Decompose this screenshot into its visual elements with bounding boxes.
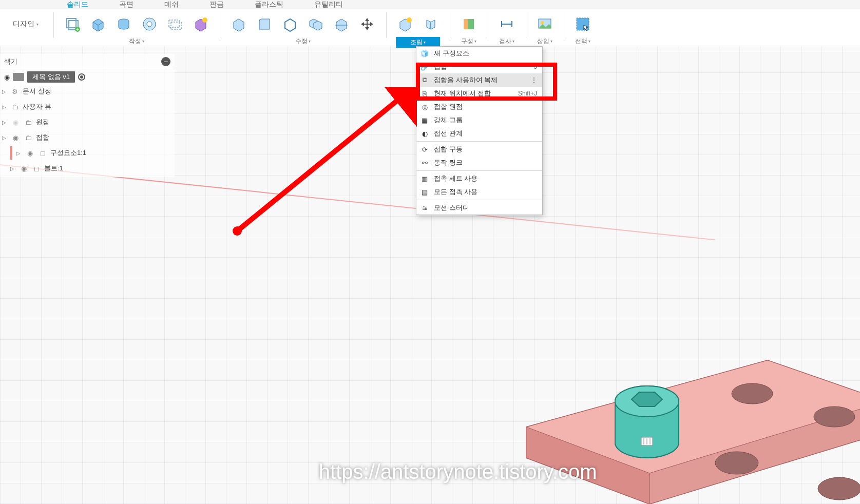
new-component-icon: 🧊 [419, 49, 430, 58]
tree-item-user-views[interactable]: ▷ 🗀 사용자 뷰 [0, 99, 175, 114]
visibility-icon[interactable]: ◉ [4, 73, 10, 81]
tree-label: 사용자 뷰 [23, 102, 51, 111]
tree-label: 볼트:1 [44, 164, 63, 173]
menu-separator [416, 200, 542, 200]
section-create-label[interactable]: 작성▾ [129, 37, 144, 46]
fillet-button[interactable] [253, 13, 276, 35]
workspace-dropdown[interactable]: 디자인 ▾ [0, 12, 51, 36]
menu-joint[interactable]: 🔗 접합 J [416, 60, 542, 73]
tab-sheetmetal[interactable]: 판금 [209, 0, 224, 9]
menu-separator [416, 170, 542, 171]
rigid-group-icon: ▦ [419, 115, 430, 125]
menu-label: 접합 [434, 62, 530, 71]
menu-separator [416, 141, 542, 142]
measure-button[interactable] [495, 13, 518, 35]
expand-icon[interactable]: ▷ [2, 89, 7, 94]
hole-button[interactable] [138, 13, 161, 35]
tab-utility[interactable]: 유틸리티 [314, 0, 343, 9]
expand-icon[interactable]: ▷ [2, 135, 7, 141]
document-icon [13, 73, 24, 81]
tree-label: 문서 설정 [23, 87, 51, 96]
menu-label: 새 구성요소 [434, 49, 537, 58]
tab-mesh[interactable]: 메쉬 [164, 0, 179, 9]
divider [386, 12, 387, 38]
rectangle-button[interactable] [164, 13, 186, 35]
combine-button[interactable] [304, 13, 327, 35]
active-component-icon[interactable] [78, 73, 85, 81]
visibility-off-icon[interactable]: ◉ [10, 118, 21, 126]
menu-motion-link[interactable]: ⚯ 동작 링크 [416, 156, 542, 169]
sketch-button[interactable]: + [61, 13, 84, 35]
tree-item-origin[interactable]: ▷ ◉ 🗀 원점 [0, 114, 175, 130]
tree-label: 구성요소1:1 [50, 148, 86, 158]
kebab-icon[interactable]: ⋮ [530, 76, 537, 84]
construct-plane-button[interactable] [457, 13, 480, 35]
insert-button[interactable] [533, 13, 556, 35]
section-modify-label[interactable]: 수정▾ [295, 37, 311, 46]
tree-item-doc-settings[interactable]: ▷ ⚙ 문서 설정 [0, 84, 175, 99]
menu-enable-all-contact[interactable]: ▤ 모든 접촉 사용 [416, 185, 542, 199]
new-component-button[interactable] [394, 13, 416, 35]
section-insert: 삽입▾ [528, 12, 562, 46]
revolve-button[interactable] [112, 13, 135, 35]
expand-icon[interactable]: ▷ [2, 104, 7, 110]
svg-rect-8 [171, 22, 181, 29]
section-construct: 구성▾ [452, 12, 486, 46]
chevron-down-icon: ▾ [142, 39, 144, 44]
tree-item-component1[interactable]: ▷ ◉ ◻ 구성요소1:1 [0, 145, 175, 161]
menu-joint-origin[interactable]: ◎ 접합 원점 [416, 100, 542, 113]
visibility-icon[interactable]: ◉ [25, 149, 35, 157]
tab-solid[interactable]: 솔리드 [67, 0, 88, 9]
pattern-joint-icon: ⧉ [419, 75, 430, 85]
press-pull-button[interactable] [227, 13, 250, 35]
document-title: 제목 없음 v1 [27, 71, 75, 83]
section-assemble: 조립 ▾ [389, 12, 448, 48]
section-select-label[interactable]: 선택▾ [575, 37, 590, 46]
svg-rect-0 [67, 18, 76, 28]
visibility-icon[interactable]: ◉ [18, 164, 29, 172]
workspace-label: 디자인 [13, 20, 34, 29]
menu-rigid-group[interactable]: ▦ 강체 그룹 [416, 113, 542, 127]
chevron-down-icon: ▾ [424, 40, 426, 45]
menu-pattern-joint[interactable]: ⧉ 접합을 사용하여 복제 ⋮ [416, 73, 542, 87]
section-select: 선택▾ [566, 12, 600, 46]
svg-text:+: + [76, 27, 79, 32]
section-inspect-label[interactable]: 검사▾ [499, 37, 514, 46]
folder-icon: 🗀 [10, 103, 20, 111]
section-insert-label[interactable]: 삽입▾ [537, 37, 552, 46]
menu-label: 접선 관계 [434, 129, 537, 138]
menu-tangent-relation[interactable]: ◐ 접선 관계 [416, 127, 542, 140]
tab-plastic[interactable]: 플라스틱 [255, 0, 283, 9]
form-button[interactable] [189, 13, 212, 35]
expand-icon[interactable]: ▷ [16, 150, 22, 156]
browser-root[interactable]: ◉ 제목 없음 v1 [0, 70, 175, 84]
component-icon: ◻ [38, 149, 47, 157]
section-inspect: 검사▾ [490, 12, 524, 46]
select-button[interactable] [571, 13, 594, 35]
menu-motion-study[interactable]: ≋ 모션 스터디 [416, 201, 542, 215]
expand-icon[interactable]: ▷ [10, 166, 15, 171]
shell-button[interactable] [279, 13, 301, 35]
menu-drive-joints[interactable]: ⟳ 접합 구동 [416, 143, 542, 156]
section-construct-label[interactable]: 구성▾ [461, 37, 476, 46]
tab-surface[interactable]: 곡면 [119, 0, 133, 9]
menu-enable-contact-sets[interactable]: ▥ 접촉 세트 사용 [416, 172, 542, 185]
menu-label: 모션 스터디 [434, 203, 537, 212]
expand-icon[interactable]: ▷ [2, 120, 7, 125]
visibility-icon[interactable]: ◉ [10, 133, 21, 142]
tree-item-bolt1[interactable]: ▷ ◉ ◻ 볼트:1 [0, 161, 175, 176]
tree-item-joints[interactable]: ▷ ◉ 🗀 접합 [0, 130, 175, 145]
menu-label: 접합을 사용하여 복제 [434, 75, 526, 85]
joint-button[interactable] [419, 13, 442, 35]
accent-bar [10, 146, 12, 160]
split-body-button[interactable] [330, 13, 353, 35]
divider [53, 12, 54, 38]
extrude-button[interactable] [87, 13, 109, 35]
move-button[interactable] [356, 13, 378, 35]
menu-new-component[interactable]: 🧊 새 구성요소 [416, 47, 542, 60]
menu-label: 현재 위치에서 접합 [434, 89, 514, 98]
collapse-button[interactable]: − [161, 57, 170, 66]
ribbon-toolbar: 디자인 ▾ + 작성▾ [0, 9, 860, 46]
motion-study-icon: ≋ [419, 203, 430, 212]
menu-as-built-joint[interactable]: ⎘ 현재 위치에서 접합 Shift+J [416, 87, 542, 100]
